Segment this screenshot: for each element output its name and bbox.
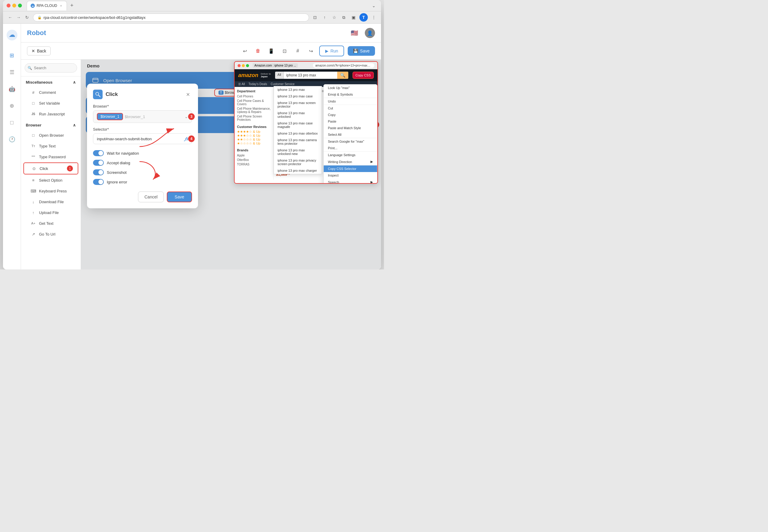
sidebar-item-type-text[interactable]: Tт Type Text (23, 141, 78, 151)
accept-dialog-toggle[interactable] (93, 160, 104, 166)
copy-css-button-header[interactable]: Copy CSS (353, 72, 374, 79)
suggestion-6[interactable]: iphone 13 pro max otterbox (274, 130, 322, 137)
dept-cell-phones[interactable]: Cell Phones (237, 94, 271, 99)
device-button[interactable]: 📱 (267, 46, 276, 56)
tab-close-button[interactable]: × (59, 4, 63, 8)
ctx-paste-match[interactable]: Paste and Match Style (324, 125, 377, 131)
selector-field[interactable]: input#nav-search-submit-button 4 𝑓𝑥 (93, 133, 192, 144)
sidebar-icon-network[interactable]: ⊕ (7, 100, 17, 111)
sidebar-item-upload-file[interactable]: ↑ Upload File (23, 207, 78, 218)
ctx-speech[interactable]: Speech ▶ (324, 179, 377, 183)
dept-screen-protectors[interactable]: Cell Phone Screen Protectors (237, 114, 271, 122)
profile-icon[interactable]: T (359, 13, 368, 22)
share-icon[interactable]: ↑ (321, 14, 328, 21)
ctx-inspect[interactable]: Inspect (324, 172, 377, 179)
modal-close-button[interactable]: ✕ (183, 90, 192, 99)
1star-rating[interactable]: ★☆☆☆☆ & Up (237, 141, 271, 145)
sidebar-item-set-variable[interactable]: □ Set Variable (23, 98, 78, 108)
delete-button[interactable]: 🗑 (253, 46, 263, 56)
redo-button[interactable]: ↪ (306, 46, 316, 56)
sidebar-icon-clock[interactable]: 🕐 (7, 134, 17, 145)
sidebar-item-go-to-url[interactable]: ↗ Go To Url (23, 229, 78, 239)
sidebar-icon-dashboard[interactable]: ⊞ (7, 50, 17, 61)
amazon-search-bar[interactable]: All 🔍 (275, 72, 348, 79)
user-avatar[interactable]: 👤 (365, 28, 375, 38)
undo-button[interactable]: ↩ (240, 46, 250, 56)
sidebar-item-comment[interactable]: # Comment (23, 87, 78, 97)
browser-field[interactable]: $browser_1 $browser_1 3 ⌄ (93, 110, 192, 123)
browser-tab-rpa[interactable]: ☁ RPA CLOUD × (27, 1, 67, 10)
2star-rating[interactable]: ★★☆☆☆ & Up (237, 138, 271, 141)
4star-rating[interactable]: ★★★★☆ & Up (237, 130, 271, 134)
sidebar-item-download-file[interactable]: ↓ Download File (23, 197, 78, 207)
sidebar-item-run-javascript[interactable]: JS Run Javascript (23, 109, 78, 119)
ctx-select-all[interactable]: Select All (324, 131, 377, 138)
amazon-search-button[interactable]: 🔍 (337, 72, 348, 79)
brand-otterbox[interactable]: OtterBox (237, 158, 271, 162)
suggestion-5[interactable]: iphone 13 pro max case magsafe (274, 120, 322, 130)
ctx-paste[interactable]: Paste (324, 118, 377, 125)
refresh-button[interactable]: ↻ (23, 14, 31, 21)
sidebar-item-select-option[interactable]: ≡ Select Option (23, 175, 78, 185)
browser-category-header[interactable]: Browser ∧ (21, 119, 81, 130)
search-input[interactable] (25, 63, 77, 73)
menu-icon[interactable]: ⋮ (370, 14, 377, 21)
ctx-copy[interactable]: Copy (324, 111, 377, 118)
cancel-button[interactable]: Cancel (138, 192, 164, 202)
ctx-undo[interactable]: Undo (324, 98, 377, 105)
modal-save-button[interactable]: Save (167, 192, 192, 202)
fullscreen-button[interactable] (18, 4, 22, 7)
sidebar-toggle-icon[interactable]: ▣ (350, 14, 357, 21)
ctx-cut[interactable]: Cut (324, 105, 377, 111)
sidebar-icon-list[interactable]: ☰ (7, 67, 17, 78)
suggestion-10[interactable]: iphone 13 pro max charger (274, 167, 322, 174)
screenshot-toggle[interactable] (93, 169, 104, 175)
ctx-print[interactable]: Print... (324, 145, 377, 151)
suggestion-7[interactable]: iphone 13 pro max camera lens protector (274, 137, 322, 147)
suggestion-2[interactable]: iphone 13 pro max case (274, 93, 322, 100)
fx-button[interactable]: 𝑓𝑥 (185, 136, 188, 141)
minimize-button[interactable] (12, 4, 16, 7)
ctx-language-settings[interactable]: Language Settings (324, 152, 377, 158)
ctx-lookup[interactable]: Look Up "max" (324, 85, 377, 91)
save-button[interactable]: 💾 Save (348, 46, 375, 56)
amazon-search-input[interactable] (284, 72, 337, 79)
copy-button[interactable]: ⊡ (280, 46, 289, 56)
dept-cell-accessories[interactable]: Cell Phone Maintenance, Upkeep & Repairs (237, 106, 271, 114)
ctx-writing-direction[interactable]: Writing Direction ▶ (324, 158, 377, 165)
dept-cell-phone-cases[interactable]: Cell Phone Cases & Covers (237, 99, 271, 106)
sidebar-item-open-browser[interactable]: □ Open Browser (23, 130, 78, 140)
url-bar[interactable]: 🔒 rpa-cloud.io/control-center/workspace/… (33, 13, 309, 22)
wait-navigation-toggle[interactable] (93, 150, 104, 156)
brand-torras[interactable]: TORRAS (237, 162, 271, 167)
suggestion-3[interactable]: iphone 13 pro max screen protector (274, 100, 322, 110)
sidebar-item-click[interactable]: ⊙ Click 1 (23, 162, 78, 174)
forward-nav-button[interactable]: → (15, 14, 22, 21)
close-button[interactable] (7, 4, 10, 7)
extensions-icon[interactable]: ⧉ (340, 14, 347, 21)
ctx-search-google[interactable]: Search Google for "max" (324, 138, 377, 145)
3star-rating[interactable]: ★★★☆☆ & Up (237, 134, 271, 138)
sidebar-item-get-text[interactable]: A+ Get Text (23, 218, 78, 228)
suggestion-4[interactable]: iphone 13 pro max unlocked (274, 110, 322, 120)
hash-button[interactable]: # (293, 46, 302, 56)
nav-customer-service[interactable]: Customer Service (271, 82, 294, 86)
suggestion-9[interactable]: iphone 13 pro max privacy screen protect… (274, 157, 322, 167)
bookmark-icon[interactable]: ☆ (331, 14, 338, 21)
run-button[interactable]: ▶ Run (319, 46, 344, 56)
back-button[interactable]: ✕ Back (27, 46, 51, 55)
screen-capture-icon[interactable]: ⊡ (311, 14, 319, 21)
ignore-error-toggle[interactable] (93, 179, 104, 185)
suggestion-1[interactable]: iphone 13 pro max (274, 87, 322, 93)
back-nav-button[interactable]: ← (7, 14, 14, 21)
sidebar-icon-folder[interactable]: □ (7, 117, 17, 128)
misc-category-header[interactable]: Miscellaneous ∧ (21, 76, 81, 87)
sidebar-item-keyboard-press[interactable]: ⌨ Keyboard Press (23, 186, 78, 196)
sidebar-icon-robot[interactable]: 🤖 (7, 84, 17, 94)
suggestion-8[interactable]: iphone 13 pro max unlocked new (274, 147, 322, 157)
nav-deals[interactable]: Today's Deals (249, 82, 267, 86)
ctx-emoji[interactable]: Emoji & Symbols (324, 91, 377, 98)
ctx-copy-css-selector[interactable]: Copy CSS Selector (324, 165, 377, 172)
nav-all[interactable]: ☰ All (238, 82, 245, 86)
brand-apple[interactable]: Apple (237, 153, 271, 158)
